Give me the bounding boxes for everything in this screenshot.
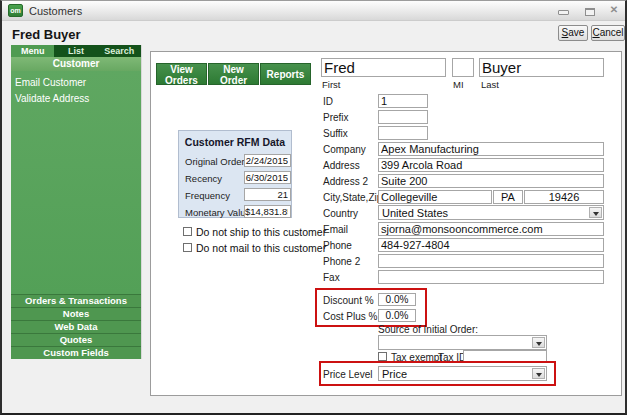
do-not-mail-checkbox[interactable] bbox=[183, 243, 192, 252]
chevron-down-icon[interactable] bbox=[532, 368, 545, 379]
sidebar-section-customer[interactable]: Customer bbox=[11, 57, 141, 71]
id-field[interactable] bbox=[378, 94, 428, 108]
sidebar-section-custom-fields[interactable]: Custom Fields bbox=[11, 346, 141, 359]
last-name-field[interactable] bbox=[479, 58, 604, 77]
company-label: Company bbox=[323, 144, 366, 155]
id-label: ID bbox=[323, 96, 333, 107]
address2-field[interactable] bbox=[378, 174, 604, 188]
address2-label: Address 2 bbox=[323, 176, 368, 187]
middle-initial-label: MI bbox=[453, 79, 464, 90]
tax-exempt-checkbox[interactable] bbox=[378, 352, 387, 361]
close-button[interactable]: ✕ bbox=[608, 4, 620, 16]
discount-label: Discount % bbox=[323, 295, 374, 306]
cost-plus-label: Cost Plus % bbox=[323, 311, 377, 322]
fax-field[interactable] bbox=[378, 270, 604, 284]
rfm-frequency-value[interactable] bbox=[244, 188, 291, 201]
company-field[interactable] bbox=[378, 142, 604, 156]
tax-exempt-label: Tax exempt bbox=[391, 352, 442, 363]
minimize-button[interactable] bbox=[558, 10, 569, 15]
price-level-value: Price bbox=[382, 368, 407, 380]
customer-form-panel: View Orders New Order Reports First MI L… bbox=[150, 51, 622, 396]
action-toolbar: View Orders New Order Reports bbox=[156, 63, 311, 85]
source-of-initial-order-dropdown[interactable] bbox=[378, 335, 547, 350]
source-of-initial-order-label: Source of Initial Order: bbox=[378, 324, 478, 335]
customer-rfm-panel: Customer RFM Data Original Order Recency… bbox=[178, 130, 292, 218]
sidebar-body: Email Customer Validate Address bbox=[11, 71, 141, 294]
rfm-recency-label: Recency bbox=[185, 173, 222, 184]
city-field[interactable] bbox=[378, 190, 492, 204]
sidebar-item-email-customer[interactable]: Email Customer bbox=[11, 75, 141, 91]
prefix-label: Prefix bbox=[323, 112, 349, 123]
prefix-field[interactable] bbox=[378, 110, 428, 124]
email-field[interactable] bbox=[378, 222, 604, 236]
sidebar-section-quotes[interactable]: Quotes bbox=[11, 333, 141, 346]
window-title: Customers bbox=[29, 5, 82, 17]
tab-list[interactable]: List bbox=[54, 45, 97, 57]
sidebar-section-orders-transactions[interactable]: Orders & Transactions bbox=[11, 294, 141, 307]
first-name-field[interactable] bbox=[321, 58, 446, 77]
email-label: Email bbox=[323, 224, 348, 235]
view-orders-button[interactable]: View Orders bbox=[156, 63, 207, 85]
last-name-label: Last bbox=[481, 79, 499, 90]
page-title: Fred Buyer bbox=[12, 27, 81, 42]
address-field[interactable] bbox=[378, 158, 604, 172]
reports-button[interactable]: Reports bbox=[260, 63, 311, 85]
first-name-label: First bbox=[322, 79, 340, 90]
rfm-original-order-value[interactable] bbox=[244, 154, 291, 167]
rfm-recency-value[interactable] bbox=[244, 171, 291, 184]
cost-plus-field[interactable] bbox=[378, 309, 416, 322]
tax-id-field[interactable] bbox=[463, 350, 547, 363]
tab-search[interactable]: Search bbox=[98, 45, 141, 57]
sidebar-item-validate-address[interactable]: Validate Address bbox=[11, 91, 141, 107]
country-dropdown[interactable]: United States bbox=[378, 205, 604, 220]
sidebar: Menu List Search Customer Email Customer… bbox=[11, 45, 142, 359]
title-bar: om Customers ✕ bbox=[2, 1, 625, 21]
cancel-button[interactable]: Cancel bbox=[591, 25, 625, 41]
app-icon: om bbox=[8, 4, 23, 17]
chevron-down-icon[interactable] bbox=[589, 207, 602, 218]
customers-window: om Customers ✕ Fred Buyer Save Cancel Me… bbox=[0, 0, 627, 415]
fax-label: Fax bbox=[323, 272, 340, 283]
suffix-label: Suffix bbox=[323, 128, 348, 139]
address-label: Address bbox=[323, 160, 360, 171]
state-field[interactable] bbox=[493, 190, 523, 204]
country-value: United States bbox=[382, 207, 448, 219]
new-order-button[interactable]: New Order bbox=[208, 63, 259, 85]
phone2-label: Phone 2 bbox=[323, 256, 360, 267]
rfm-title: Customer RFM Data bbox=[179, 136, 291, 148]
chevron-down-icon[interactable] bbox=[532, 337, 545, 348]
do-not-ship-checkbox[interactable] bbox=[183, 227, 192, 236]
price-level-label: Price Level bbox=[323, 369, 372, 380]
rfm-frequency-label: Frequency bbox=[185, 190, 230, 201]
country-label: Country bbox=[323, 208, 358, 219]
phone-field[interactable] bbox=[378, 238, 604, 252]
do-not-ship-label: Do not ship to this customer bbox=[196, 226, 326, 238]
maximize-button[interactable] bbox=[585, 8, 595, 16]
do-not-mail-label: Do not mail to this customer bbox=[196, 242, 326, 254]
suffix-field[interactable] bbox=[378, 126, 428, 140]
sidebar-tabbar: Menu List Search bbox=[11, 45, 141, 57]
tab-menu[interactable]: Menu bbox=[11, 45, 54, 57]
rfm-original-order-label: Original Order bbox=[185, 156, 245, 167]
sidebar-section-web-data[interactable]: Web Data bbox=[11, 320, 141, 333]
price-level-dropdown[interactable]: Price bbox=[378, 366, 547, 381]
rfm-monetary-value-label: Monetary Value bbox=[185, 207, 251, 218]
phone2-field[interactable] bbox=[378, 254, 604, 268]
discount-field[interactable] bbox=[378, 293, 416, 306]
save-button[interactable]: Save bbox=[558, 25, 588, 41]
zip-field[interactable] bbox=[524, 190, 604, 204]
phone-label: Phone bbox=[323, 240, 352, 251]
middle-initial-field[interactable] bbox=[452, 58, 474, 77]
city-state-zip-label: City,State,Zip bbox=[323, 192, 382, 203]
sidebar-section-notes[interactable]: Notes bbox=[11, 307, 141, 320]
rfm-monetary-value-value[interactable] bbox=[244, 205, 291, 218]
